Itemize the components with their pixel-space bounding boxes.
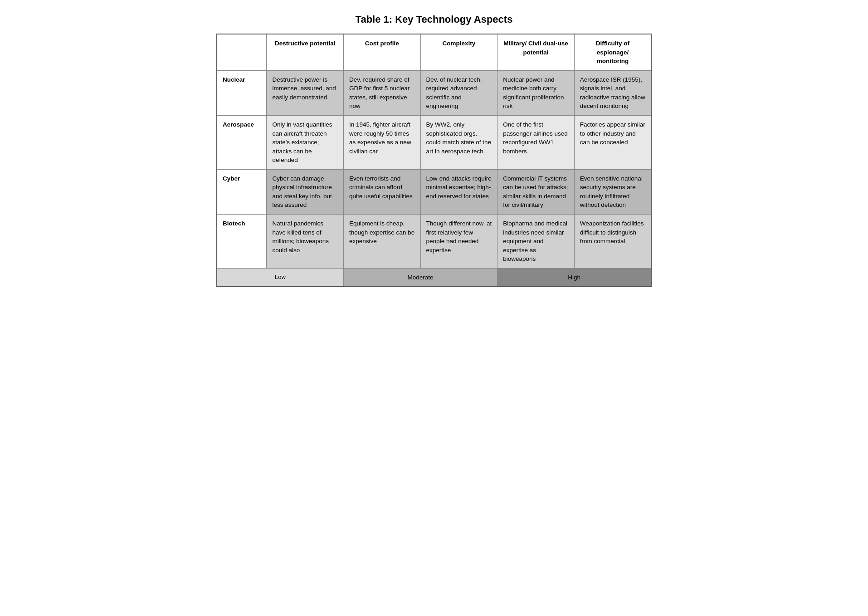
cell-nuclear-col5: Aerospace ISR (1955), signals intel, and… <box>574 70 651 115</box>
header-col1: Destructive potential <box>267 34 344 70</box>
header-col2: Cost profile <box>344 34 421 70</box>
cell-cyber-col3: Low-end attacks require minimal expertis… <box>420 169 497 214</box>
page-title: Table 1: Key Technology Aspects <box>216 14 652 25</box>
cell-aerospace-col1: Only in vast quantities can aircraft thr… <box>267 115 344 169</box>
table-row-aerospace: AerospaceOnly in vast quantities can air… <box>217 115 651 169</box>
header-row: Destructive potential Cost profile Compl… <box>217 34 651 70</box>
table-row-biotech: BiotechNatural pandemics have killed ten… <box>217 215 651 269</box>
cell-nuclear-col3: Dev. of nuclear tech. required advanced … <box>420 70 497 115</box>
row-label-nuclear: Nuclear <box>217 70 267 115</box>
header-col5: Difficulty of espionage/ monitoring <box>574 34 651 70</box>
cell-cyber-col2: Even terrorists and criminals can afford… <box>344 169 421 214</box>
row-label-biotech: Biotech <box>217 215 267 269</box>
footer-moderate: Moderate <box>344 268 497 287</box>
footer-low: Low <box>217 268 344 287</box>
cell-aerospace-col2: In 1945, fighter aircraft were roughly 5… <box>344 115 421 169</box>
footer-row: Low Moderate High <box>217 268 651 287</box>
row-label-cyber: Cyber <box>217 169 267 214</box>
cell-biotech-col2: Equipment is cheap, though expertise can… <box>344 215 421 269</box>
row-label-aerospace: Aerospace <box>217 115 267 169</box>
cell-cyber-col1: Cyber can damage physical infrastructure… <box>267 169 344 214</box>
cell-biotech-col5: Weaponization facilities difficult to di… <box>574 215 651 269</box>
cell-cyber-col4: Commercial IT systems can be used for at… <box>497 169 575 214</box>
cell-biotech-col3: Though different now, at first relativel… <box>420 215 497 269</box>
table-row-cyber: CyberCyber can damage physical infrastru… <box>217 169 651 214</box>
header-col0 <box>217 34 267 70</box>
cell-nuclear-col2: Dev. required share of GDP for first 5 n… <box>344 70 421 115</box>
header-col4: Military/ Civil dual-use potential <box>497 34 575 70</box>
page-container: Table 1: Key Technology Aspects Destruct… <box>216 14 652 287</box>
cell-aerospace-col5: Factories appear similar to other indust… <box>574 115 651 169</box>
cell-aerospace-col3: By WW2, only sophisticated orgs. could m… <box>420 115 497 169</box>
table-body: NuclearDestructive power is immense, ass… <box>217 70 651 268</box>
cell-aerospace-col4: One of the first passenger airlines used… <box>497 115 575 169</box>
cell-nuclear-col4: Nuclear power and medicine both carry si… <box>497 70 575 115</box>
cell-biotech-col1: Natural pandemics have killed tens of mi… <box>267 215 344 269</box>
cell-cyber-col5: Even sensitive national security systems… <box>574 169 651 214</box>
footer-high: High <box>497 268 651 287</box>
header-col3: Complexity <box>420 34 497 70</box>
cell-nuclear-col1: Destructive power is immense, assured, a… <box>267 70 344 115</box>
main-table: Destructive potential Cost profile Compl… <box>216 34 652 287</box>
table-row-nuclear: NuclearDestructive power is immense, ass… <box>217 70 651 115</box>
cell-biotech-col4: Biopharma and medical industries need si… <box>497 215 575 269</box>
